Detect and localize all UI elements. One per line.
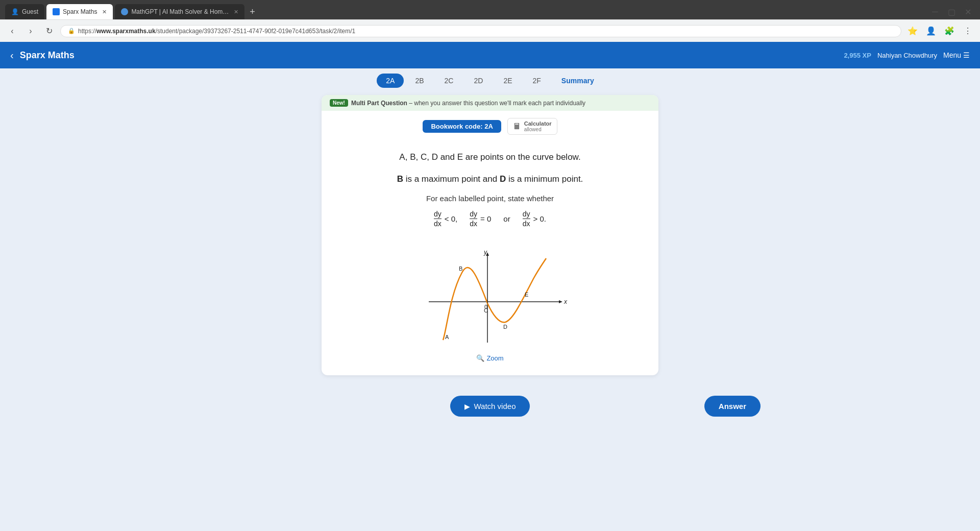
guest-tab-label: Guest [22, 8, 38, 15]
less-than: < 0, [445, 214, 457, 223]
fraction-2: dy dx [470, 210, 477, 228]
new-badge: New! [330, 99, 348, 107]
back-button[interactable]: ‹ [5, 24, 19, 38]
bookmark-button[interactable]: ⭐ [905, 24, 920, 38]
point-d: D [500, 174, 506, 184]
mathgpt-tab-close[interactable]: ✕ [234, 9, 238, 15]
video-icon: ▶ [464, 402, 470, 411]
svg-marker-2 [559, 300, 562, 303]
domain: www.sparxmaths.uk [96, 28, 156, 35]
app-header: ‹ Sparx Maths 2,955 XP Nahiyan Chowdhury… [0, 42, 980, 68]
tab-2c[interactable]: 2C [435, 74, 463, 88]
menu-button[interactable]: Menu ☰ [943, 51, 970, 59]
bookwork-row: Bookwork code: 2A 🖩 Calculator allowed [322, 111, 658, 140]
watch-video-button[interactable]: ▶ Watch video [450, 396, 530, 417]
username-display: Nahiyan Chowdhury [877, 52, 937, 59]
tab-2e[interactable]: 2E [494, 74, 521, 88]
condition-zero: dy dx = 0 [470, 210, 491, 228]
profile-button[interactable]: 👤 [924, 24, 938, 38]
more-button[interactable]: ⋮ [961, 24, 975, 38]
calculator-allowed: 🖩 Calculator allowed [507, 118, 557, 135]
app-back-button[interactable]: ‹ [10, 50, 14, 61]
question-line1: A, B, C, D and E are points on the curve… [342, 150, 638, 164]
close-button[interactable]: ✕ [961, 5, 975, 19]
greater-than: > 0. [533, 214, 546, 223]
bookwork-code: Bookwork code: 2A [423, 120, 501, 133]
multi-part-title: Multi Part Question [351, 100, 407, 107]
calculator-icon: 🖩 [513, 122, 521, 131]
xp-display: 2,955 XP [844, 52, 871, 59]
url-path: /student/package/39373267-2511-4747-90f2… [156, 28, 356, 35]
graph-container: x y 0 A B C D E 🔍 [322, 243, 658, 365]
multi-part-banner: New! Multi Part Question – when you answ… [322, 95, 658, 111]
svg-text:B: B [459, 266, 462, 272]
zoom-icon: 🔍 [476, 354, 484, 362]
multi-part-text: Multi Part Question – when you answer th… [351, 100, 585, 107]
condition-negative: dy dx < 0, [434, 210, 457, 228]
sparx-tab-label: Sparx Maths [63, 8, 97, 15]
mathgpt-tab-label: MathGPT | AI Math Solver & Hom… [131, 8, 229, 15]
lock-icon: 🔒 [68, 28, 75, 34]
condition-positive: dy dx > 0. [523, 210, 546, 228]
browser-window: 👤 Guest Sparx Maths ✕ MathGPT | AI Math … [0, 0, 980, 42]
tab-2d[interactable]: 2D [464, 74, 492, 88]
address-url: https://www.sparxmaths.uk/student/packag… [78, 28, 355, 35]
new-tab-button[interactable]: + [247, 7, 258, 17]
fraction-3: dy dx [523, 210, 530, 228]
graph-svg: x y 0 A B C D E [408, 248, 572, 350]
tab-2a[interactable]: 2A [377, 74, 404, 88]
question-body: A, B, C, D and E are points on the curve… [322, 140, 658, 243]
tab-2b[interactable]: 2B [406, 74, 433, 88]
app-logo: Sparx Maths [20, 50, 844, 61]
calculator-sub: allowed [524, 127, 552, 132]
browser-titlebar: 👤 Guest Sparx Maths ✕ MathGPT | AI Math … [0, 0, 980, 19]
multi-part-description: – when you answer this question we'll ma… [409, 100, 585, 107]
tabs-bar: 2A 2B 2C 2D 2E 2F Summary [377, 74, 603, 88]
main-content: 2A 2B 2C 2D 2E 2F Summary New! Multi Par… [0, 68, 980, 531]
svg-text:D: D [503, 324, 507, 330]
guest-icon: 👤 [11, 8, 19, 15]
minimize-button[interactable]: ─ [928, 5, 942, 19]
maximize-button[interactable]: ▢ [944, 5, 959, 19]
reload-button[interactable]: ↻ [42, 24, 56, 38]
browser-toolbar: ‹ › ↻ 🔒 https://www.sparxmaths.uk/studen… [0, 19, 980, 42]
calculator-text: Calculator allowed [524, 120, 552, 132]
calculator-label: Calculator [524, 120, 552, 127]
fraction-1: dy dx [434, 210, 442, 228]
question-card: New! Multi Part Question – when you answ… [322, 95, 658, 375]
sparx-tab-icon [53, 8, 60, 15]
equals-zero: = 0 [480, 214, 491, 223]
point-b: B [397, 174, 403, 184]
guest-tab[interactable]: 👤 Guest [5, 4, 44, 19]
question-line2: B is a maximum point and D is a minimum … [342, 172, 638, 186]
svg-text:y: y [483, 249, 487, 256]
watch-video-label: Watch video [474, 402, 516, 411]
mathgpt-tab[interactable]: MathGPT | AI Math Solver & Hom… ✕ [115, 4, 244, 19]
sparx-tab-close[interactable]: ✕ [102, 9, 107, 15]
extensions-button[interactable]: 🧩 [942, 24, 957, 38]
mathgpt-tab-icon [121, 8, 128, 15]
svg-text:C: C [484, 307, 488, 313]
header-right: 2,955 XP Nahiyan Chowdhury Menu ☰ [844, 51, 970, 59]
forward-button[interactable]: › [23, 24, 38, 38]
math-conditions: dy dx < 0, dy dx = 0 or dy [342, 210, 638, 228]
answer-button[interactable]: Answer [704, 396, 761, 417]
tab-summary[interactable]: Summary [552, 74, 603, 88]
menu-label: Menu [943, 51, 961, 59]
address-bar[interactable]: 🔒 https://www.sparxmaths.uk/student/pack… [60, 25, 901, 37]
zoom-label: Zoom [486, 354, 503, 362]
hamburger-icon: ☰ [963, 51, 970, 59]
zoom-link[interactable]: 🔍 Zoom [476, 354, 503, 362]
tab-2f[interactable]: 2F [524, 74, 550, 88]
svg-text:A: A [445, 334, 449, 340]
sparx-tab[interactable]: Sparx Maths ✕ [46, 4, 113, 19]
svg-text:E: E [525, 292, 528, 298]
question-subtext: For each labelled point, state whether [342, 194, 638, 203]
bottom-bar: ▶ Watch video Answer [0, 396, 980, 432]
svg-text:x: x [564, 298, 568, 305]
or-text: or [503, 214, 510, 223]
